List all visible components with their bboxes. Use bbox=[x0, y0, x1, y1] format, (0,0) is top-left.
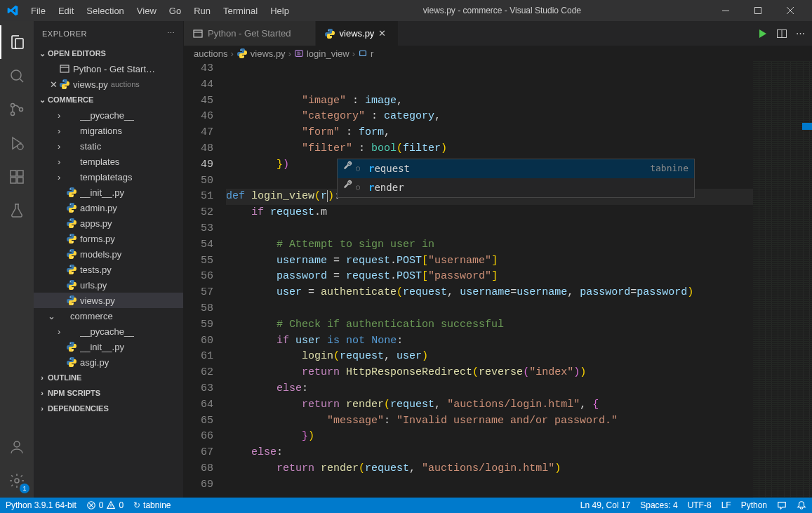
close-icon[interactable]: ✕ bbox=[48, 79, 59, 90]
menu-terminal[interactable]: Terminal bbox=[218, 3, 263, 19]
tab-python-get-started[interactable]: Python - Get Started✕ bbox=[184, 21, 316, 46]
maximize-button[interactable] bbox=[742, 0, 774, 21]
activity-run-debug[interactable] bbox=[0, 126, 34, 160]
svg-point-5 bbox=[20, 108, 23, 112]
file-admin.py[interactable]: admin.py bbox=[34, 200, 183, 215]
menu-edit[interactable]: Edit bbox=[53, 3, 79, 19]
folder-migrations[interactable]: ›migrations bbox=[34, 123, 183, 138]
suggest-item-render[interactable]: ○render bbox=[338, 178, 694, 197]
svg-point-11 bbox=[14, 441, 20, 447]
menu-file[interactable]: File bbox=[25, 3, 51, 19]
svg-point-16 bbox=[65, 87, 66, 88]
menubar: FileEditSelectionViewGoRunTerminalHelp bbox=[25, 3, 295, 19]
activity-explorer[interactable] bbox=[0, 25, 34, 59]
folder-templates[interactable]: ›templates bbox=[34, 154, 183, 169]
status-indent[interactable]: Spaces: 4 bbox=[640, 500, 677, 510]
py-icon bbox=[66, 279, 77, 291]
status-language[interactable]: Python bbox=[741, 500, 767, 510]
section-workspace[interactable]: ⌄ COMMERCE bbox=[34, 92, 183, 107]
svg-point-20 bbox=[72, 211, 73, 211]
section-dependencies[interactable]: › DEPENDENCIES bbox=[34, 401, 183, 416]
file-models.py[interactable]: models.py bbox=[34, 246, 183, 262]
minimap[interactable] bbox=[753, 61, 812, 498]
py-icon bbox=[237, 48, 248, 59]
status-bell-icon[interactable] bbox=[797, 500, 806, 510]
folder-__pycache__[interactable]: ›__pycache__ bbox=[34, 324, 183, 339]
status-bar: Python 3.9.1 64-bit 0 0 ↻tabnine Ln 49, … bbox=[0, 498, 812, 513]
activity-extensions[interactable] bbox=[0, 160, 34, 194]
status-cursor-position[interactable]: Ln 49, Col 17 bbox=[580, 500, 630, 510]
activity-testing[interactable] bbox=[0, 194, 34, 227]
tab-label: views.py bbox=[340, 28, 375, 39]
breadcrumb[interactable]: auctions›views.py›login_view›r bbox=[184, 46, 812, 61]
chevron-right-icon: › bbox=[352, 48, 355, 59]
code-content[interactable]: "image" : image, "category" : category, … bbox=[226, 61, 753, 498]
menu-run[interactable]: Run bbox=[188, 3, 216, 19]
status-encoding[interactable]: UTF-8 bbox=[688, 500, 712, 510]
folder-commerce[interactable]: ⌄commerce bbox=[34, 308, 183, 324]
menu-selection[interactable]: Selection bbox=[81, 3, 129, 19]
status-python-version[interactable]: Python 3.9.1 64-bit bbox=[6, 500, 76, 510]
activity-settings[interactable] bbox=[0, 464, 34, 498]
breadcrumb-auctions[interactable]: auctions bbox=[194, 48, 227, 59]
chevron-right-icon: › bbox=[288, 48, 291, 59]
status-problems[interactable]: 0 0 bbox=[86, 500, 124, 510]
tree-item-label: __init__.py bbox=[80, 342, 124, 352]
breadcrumb-r[interactable]: r bbox=[358, 48, 373, 59]
file-tests.py[interactable]: tests.py bbox=[34, 262, 183, 277]
svg-rect-13 bbox=[60, 65, 69, 72]
open-editor-item[interactable]: Python - Get Start… bbox=[34, 61, 183, 76]
status-tabnine[interactable]: ↻tabnine bbox=[133, 500, 171, 510]
py-icon bbox=[66, 248, 77, 260]
svg-point-39 bbox=[328, 29, 328, 30]
tree-item-label: models.py bbox=[80, 249, 121, 260]
menu-go[interactable]: Go bbox=[164, 3, 187, 19]
more-actions-button[interactable]: ⋯ bbox=[796, 28, 805, 39]
activity-accounts[interactable] bbox=[0, 430, 34, 464]
menu-help[interactable]: Help bbox=[265, 3, 295, 19]
svg-rect-37 bbox=[194, 30, 202, 37]
open-editor-label: Python - Get Start… bbox=[73, 64, 155, 74]
split-editor-button[interactable] bbox=[776, 28, 787, 39]
py-icon bbox=[66, 187, 77, 198]
svg-point-17 bbox=[70, 188, 71, 189]
section-outline[interactable]: › OUTLINE bbox=[34, 370, 183, 385]
minimize-button[interactable] bbox=[710, 0, 742, 21]
folder-static[interactable]: ›static bbox=[34, 138, 183, 154]
file-forms.py[interactable]: forms.py bbox=[34, 231, 183, 246]
suggest-item-request[interactable]: ○requesttabnine bbox=[338, 159, 694, 178]
status-eol[interactable]: LF bbox=[721, 500, 731, 510]
folder-templatetags[interactable]: ›templatetags bbox=[34, 169, 183, 185]
open-editor-item[interactable]: ✕views.pyauctions bbox=[34, 76, 183, 92]
status-feedback-icon[interactable] bbox=[777, 500, 787, 510]
file-__init__.py[interactable]: __init__.py bbox=[34, 185, 183, 200]
sidebar-more-icon[interactable]: ⋯ bbox=[167, 29, 175, 38]
svg-point-4 bbox=[11, 112, 15, 116]
minimap-slider[interactable] bbox=[802, 123, 812, 130]
section-open-editors[interactable]: ⌄ OPEN EDITORS bbox=[34, 46, 183, 61]
folder-__pycache__[interactable]: ›__pycache__ bbox=[34, 107, 183, 123]
file-asgi.py[interactable]: asgi.py bbox=[34, 354, 183, 370]
breadcrumb-login_view[interactable]: login_view bbox=[294, 48, 350, 59]
close-icon[interactable]: ✕ bbox=[378, 28, 390, 39]
file-urls.py[interactable]: urls.py bbox=[34, 277, 183, 293]
py-icon bbox=[66, 341, 77, 352]
file-__init__.py[interactable]: __init__.py bbox=[34, 339, 183, 354]
svg-point-25 bbox=[70, 250, 71, 251]
file-apps.py[interactable]: apps.py bbox=[34, 215, 183, 231]
breadcrumb-views.py[interactable]: views.py bbox=[237, 48, 286, 59]
activity-search[interactable] bbox=[0, 59, 34, 93]
svg-point-18 bbox=[72, 195, 73, 196]
file-views.py[interactable]: views.py bbox=[34, 293, 183, 308]
menu-view[interactable]: View bbox=[131, 3, 162, 19]
tree-item-label: apps.py bbox=[80, 218, 112, 229]
section-npm-scripts[interactable]: › NPM SCRIPTS bbox=[34, 385, 183, 401]
close-button[interactable] bbox=[774, 0, 806, 21]
svg-rect-10 bbox=[18, 171, 23, 176]
tab-views-py[interactable]: views.py✕ bbox=[316, 21, 399, 46]
suggest-widget[interactable]: ○requesttabnine○render bbox=[337, 159, 695, 198]
editor-pane[interactable]: 4344454647484950515253545556575859606162… bbox=[184, 61, 753, 498]
activity-source-control[interactable] bbox=[0, 93, 34, 126]
py-icon bbox=[66, 233, 77, 244]
run-button[interactable] bbox=[757, 28, 768, 39]
